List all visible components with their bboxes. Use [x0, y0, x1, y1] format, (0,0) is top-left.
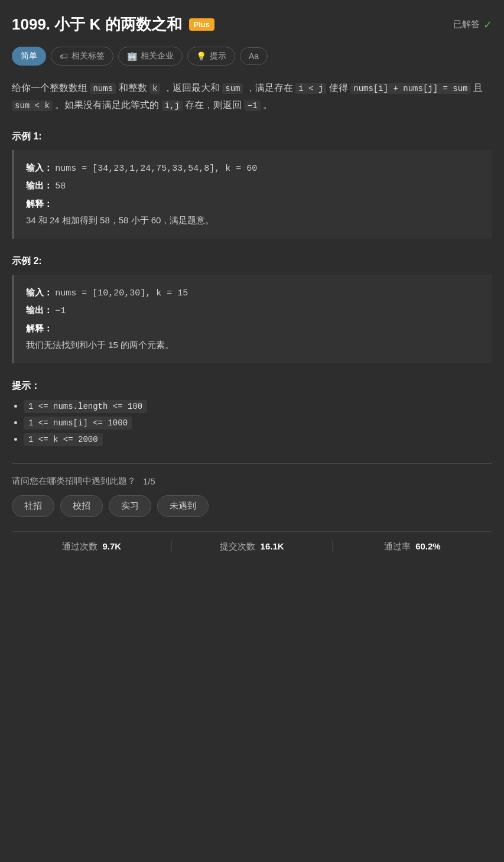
hint-icon: 💡 — [196, 51, 206, 61]
page-container: 1099. 小于 K 的两数之和 Plus 已解答 ✓ 简单 🏷 相关标签 🏢 … — [0, 0, 504, 576]
tab-hints[interactable]: 💡 提示 — [187, 47, 235, 66]
survey-question: 请问您在哪类招聘中遇到此题？ — [12, 476, 136, 487]
example2-input-label: 输入： — [26, 287, 53, 297]
stat-pass-rate: 通过率 60.2% — [333, 541, 492, 552]
code-ij: i,j — [162, 100, 183, 111]
example2-explain-value: 我们无法找到和小于 15 的两个元素。 — [26, 337, 480, 354]
survey-progress: 1/5 — [143, 476, 155, 486]
stat-submit-count-value: 16.1K — [261, 541, 284, 551]
hint-code-1: 1 <= nums.length <= 100 — [24, 400, 147, 413]
example1-input: 输入： nums = [34,23,1,24,75,33,54,8], k = … — [26, 160, 480, 178]
tab-font[interactable]: Aa — [240, 47, 268, 65]
code-k: k — [149, 83, 160, 94]
code-i-less-j: i < j — [295, 83, 326, 94]
example1-block: 输入： nums = [34,23,1,24,75,33,54,8], k = … — [12, 150, 492, 239]
company-icon: 🏢 — [127, 51, 137, 61]
stat-pass-rate-label: 通过率 — [384, 541, 411, 551]
stat-submit-count: 提交次数 16.1K — [172, 541, 332, 552]
tab-hints-label: 提示 — [210, 51, 226, 61]
hint-item-2: 1 <= nums[i] <= 1000 — [24, 417, 492, 428]
example1-explain-label-line: 解释： — [26, 196, 480, 213]
example1-explain-value: 34 和 24 相加得到 58，58 小于 60，满足题意。 — [26, 212, 480, 229]
survey-row: 请问您在哪类招聘中遇到此题？ 1/5 — [12, 476, 492, 487]
stat-pass-count-label: 通过次数 — [62, 541, 97, 551]
code-minus-one: −1 — [245, 100, 261, 111]
survey-btn-xiaozao[interactable]: 校招 — [60, 495, 103, 517]
tab-related-tags[interactable]: 🏷 相关标签 — [51, 47, 113, 66]
example2-output: 输出： −1 — [26, 302, 480, 320]
example2-output-label: 输出： — [26, 305, 53, 315]
tab-related-tags-label: 相关标签 — [71, 51, 105, 61]
survey-btn-shezao[interactable]: 社招 — [12, 495, 54, 517]
hint-list: 1 <= nums.length <= 100 1 <= nums[i] <= … — [12, 401, 492, 444]
solved-label: 已解答 — [453, 19, 480, 30]
tab-related-companies[interactable]: 🏢 相关企业 — [118, 47, 183, 66]
example2-input-value: nums = [10,20,30], k = 15 — [55, 288, 188, 298]
example1-output: 输出： 58 — [26, 177, 480, 196]
stat-submit-count-label: 提交次数 — [220, 541, 255, 551]
page-title: 1099. 小于 K 的两数之和 — [12, 14, 182, 35]
tabs-row: 简单 🏷 相关标签 🏢 相关企业 💡 提示 Aa — [12, 47, 492, 66]
tab-related-companies-label: 相关企业 — [141, 51, 174, 61]
solved-check-icon: ✓ — [483, 18, 492, 31]
example1-input-value: nums = [34,23,1,24,75,33,54,8], k = 60 — [55, 164, 257, 174]
survey-buttons: 社招 校招 实习 未遇到 — [12, 495, 492, 517]
tab-simple-label: 简单 — [21, 51, 37, 61]
survey-btn-shixi[interactable]: 实习 — [109, 495, 151, 517]
survey-btn-not-encountered[interactable]: 未遇到 — [157, 495, 209, 517]
tag-icon: 🏷 — [60, 51, 68, 61]
solved-badge: 已解答 ✓ — [453, 18, 492, 31]
hint-code-2: 1 <= nums[i] <= 1000 — [24, 417, 132, 430]
divider — [12, 463, 492, 464]
example1-input-label: 输入： — [26, 162, 53, 173]
example2-explain-label-line: 解释： — [26, 320, 480, 337]
example2-input: 输入： nums = [10,20,30], k = 15 — [26, 284, 480, 302]
example2-explain-label: 解释： — [26, 323, 53, 333]
hints-title: 提示： — [12, 380, 492, 392]
example1-explain-label: 解释： — [26, 199, 53, 209]
stat-pass-count: 通过次数 9.7K — [12, 541, 172, 552]
example1-output-label: 输出： — [26, 180, 53, 190]
problem-description: 给你一个整数数组 nums 和整数 k ，返回最大和 sum ，满足存在 i <… — [12, 80, 492, 114]
tab-font-label: Aa — [249, 51, 259, 61]
example1-output-value: 58 — [55, 181, 66, 191]
header-row: 1099. 小于 K 的两数之和 Plus 已解答 ✓ — [12, 14, 492, 35]
hint-item-1: 1 <= nums.length <= 100 — [24, 401, 492, 411]
stat-pass-rate-value: 60.2% — [415, 541, 441, 551]
stats-row: 通过次数 9.7K 提交次数 16.1K 通过率 60.2% — [12, 531, 492, 552]
hint-code-3: 1 <= k <= 2000 — [24, 433, 103, 446]
hints-section: 提示： 1 <= nums.length <= 100 1 <= nums[i]… — [12, 380, 492, 444]
stat-pass-count-value: 9.7K — [102, 541, 121, 551]
example2-output-value: −1 — [55, 306, 66, 316]
title-area: 1099. 小于 K 的两数之和 Plus — [12, 14, 214, 35]
hint-item-3: 1 <= k <= 2000 — [24, 434, 492, 444]
tab-simple[interactable]: 简单 — [12, 47, 46, 66]
example2-block: 输入： nums = [10,20,30], k = 15 输出： −1 解释：… — [12, 275, 492, 363]
example1-title: 示例 1: — [12, 131, 492, 143]
code-sum: sum — [222, 83, 243, 94]
code-equation: nums[i] + nums[j] = sum — [350, 83, 470, 94]
example2-title: 示例 2: — [12, 255, 492, 268]
code-sum-less-k: sum < k — [12, 100, 53, 111]
plus-badge: Plus — [189, 18, 214, 31]
code-nums: nums — [90, 83, 116, 94]
